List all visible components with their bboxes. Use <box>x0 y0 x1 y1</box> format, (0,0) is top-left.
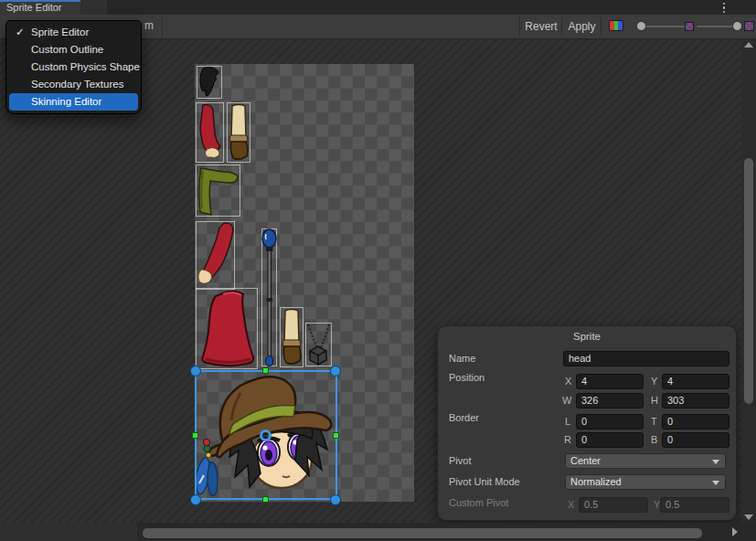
custom-pivot-x-field: 0.5 <box>579 497 648 513</box>
horizontal-scrollbar-thumb[interactable] <box>143 528 702 538</box>
boot-front-sprite[interactable] <box>227 102 250 163</box>
kebab-menu-icon[interactable] <box>719 2 729 14</box>
sprite-inspector-panel: Sprite Name head Position X 4 Y 4 W 326 … <box>437 325 737 521</box>
b-label: B <box>651 434 657 445</box>
zoom-slider-track[interactable] <box>641 26 688 27</box>
mip-slider-handle[interactable] <box>732 21 742 31</box>
pendant-sprite[interactable] <box>305 323 332 366</box>
staff-sprite[interactable] <box>261 228 277 366</box>
border-r-field[interactable]: 0 <box>576 432 644 448</box>
selection-handle-top-left[interactable] <box>190 366 201 377</box>
sprite-editor-tab[interactable]: Sprite Editor <box>0 0 80 15</box>
scroll-up-arrow-icon[interactable] <box>744 42 753 48</box>
selection-handle-bottom-left[interactable] <box>190 494 201 505</box>
menu-item-custom-physics-shape[interactable]: Custom Physics Shape <box>6 58 141 76</box>
custom-pivot-label: Custom Pivot <box>449 497 508 508</box>
l-label: L <box>565 416 570 427</box>
sprite-editor-mode-menu: ✓ Sprite Editor Custom Outline Custom Ph… <box>5 20 142 114</box>
selection-handle-top[interactable] <box>262 367 269 374</box>
check-icon: ✓ <box>16 24 25 41</box>
zoom-slider-handle[interactable] <box>636 21 646 31</box>
border-l-field[interactable]: 0 <box>576 414 644 430</box>
robe-sprite[interactable] <box>196 288 258 369</box>
dropdown-caret-icon <box>712 460 719 464</box>
position-label: Position <box>449 372 484 383</box>
menu-item-skinning-editor[interactable]: Skinning Editor <box>9 93 138 111</box>
pivot-unit-mode-dropdown[interactable]: Normalized <box>565 474 726 490</box>
toolbar-separator <box>519 17 520 36</box>
revert-button[interactable]: Revert <box>521 15 561 38</box>
border-label: Border <box>449 412 479 423</box>
boot-back-sprite[interactable] <box>280 307 303 367</box>
selection-handle-bottom[interactable] <box>262 496 269 503</box>
arm-bent-sprite[interactable] <box>196 102 224 163</box>
pivot-dropdown-value: Center <box>570 455 601 466</box>
pivot-dropdown[interactable]: Center <box>565 453 726 469</box>
position-x-field[interactable]: 4 <box>576 374 644 389</box>
mip-level-icon <box>744 21 754 31</box>
position-y-field[interactable]: 4 <box>662 374 729 389</box>
back-hair-sprite[interactable] <box>197 66 222 99</box>
vertical-scrollbar-thumb[interactable] <box>744 158 753 404</box>
clipped-toolbar-text: m <box>144 19 154 32</box>
menu-item-sprite-editor[interactable]: ✓ Sprite Editor <box>6 24 141 41</box>
pivot-unit-mode-label: Pivot Unit Mode <box>449 476 520 487</box>
selection-handle-top-right[interactable] <box>330 366 341 377</box>
scarf-sprite[interactable] <box>196 164 240 217</box>
name-field[interactable]: head <box>563 351 729 366</box>
y-label: Y <box>651 376 657 387</box>
name-label: Name <box>449 353 475 364</box>
menu-item-label: Sprite Editor <box>31 27 89 37</box>
toolbar-separator <box>601 17 602 36</box>
vertical-scrollbar[interactable] <box>741 39 756 523</box>
pivot-handle[interactable] <box>260 430 272 441</box>
selection-handle-left[interactable] <box>192 432 198 439</box>
pivot-label: Pivot <box>449 455 471 466</box>
x-label: X <box>565 376 571 387</box>
menu-item-label: Skinning Editor <box>31 96 101 107</box>
panel-title: Sprite <box>438 331 736 342</box>
menu-item-secondary-textures[interactable]: Secondary Textures <box>6 76 141 93</box>
sprite-editor-window: Sprite Editor m Revert Apply <box>0 0 756 541</box>
custom-pivot-y-field: 0.5 <box>660 497 729 513</box>
scroll-right-arrow-icon[interactable] <box>732 527 738 536</box>
t-label: T <box>651 416 657 427</box>
width-field[interactable]: 326 <box>576 393 644 408</box>
bottom-left-gutter <box>0 523 137 541</box>
height-field[interactable]: 303 <box>662 393 729 408</box>
horizontal-scrollbar[interactable] <box>137 523 756 541</box>
mip-level-icon <box>685 22 694 31</box>
toolbar-separator <box>561 17 562 36</box>
selection-handle-bottom-right[interactable] <box>330 494 341 505</box>
menu-item-label: Secondary Textures <box>31 79 123 90</box>
border-b-field[interactable]: 0 <box>662 432 729 448</box>
h-label: H <box>651 395 658 406</box>
custom-pivot-x-label: X <box>568 499 574 510</box>
apply-button[interactable]: Apply <box>563 15 601 38</box>
pivot-unit-mode-value: Normalized <box>570 476 622 487</box>
arm-straight-sprite[interactable] <box>196 221 235 290</box>
scroll-down-arrow-icon[interactable] <box>744 514 753 520</box>
rgb-alpha-toggle-icon[interactable] <box>609 20 623 31</box>
r-label: R <box>564 434 571 445</box>
menu-item-label: Custom Outline <box>31 44 103 55</box>
menu-item-custom-outline[interactable]: Custom Outline <box>6 41 141 58</box>
border-t-field[interactable]: 0 <box>662 414 729 430</box>
toolbar-separator <box>162 17 163 36</box>
title-bar: Sprite Editor <box>0 0 756 15</box>
dropdown-caret-icon <box>712 481 719 485</box>
tab-extension <box>80 0 107 15</box>
menu-item-label: Custom Physics Shape <box>31 61 140 72</box>
selection-handle-right[interactable] <box>333 432 339 439</box>
w-label: W <box>562 395 571 406</box>
